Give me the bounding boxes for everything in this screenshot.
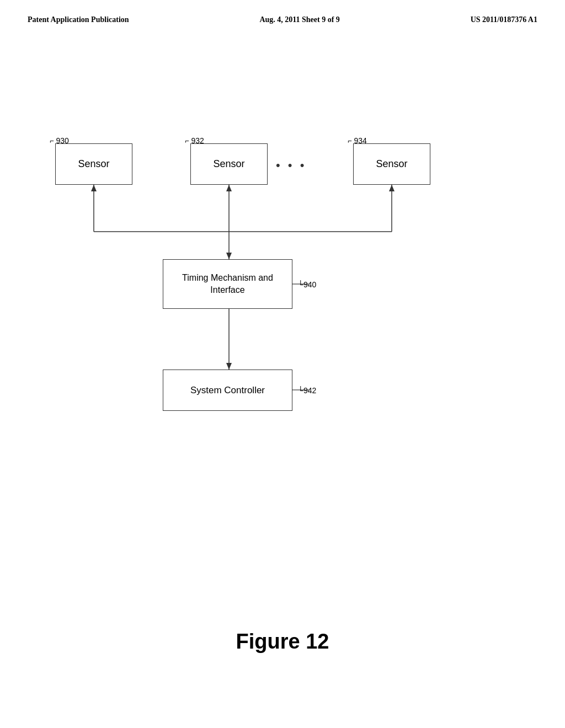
figure-caption: Figure 12: [0, 630, 565, 654]
diagram-area: Sensor ⌐ 930 Sensor ⌐ 932 • • • Sensor ⌐…: [0, 88, 565, 585]
page-header: Patent Application Publication Aug. 4, 2…: [0, 0, 565, 24]
timing-box: Timing Mechanism and Interface: [163, 259, 292, 309]
ref-940: └940: [298, 280, 316, 289]
sensor-934-box: Sensor: [353, 143, 430, 185]
ref-930: ⌐ 930: [50, 136, 69, 145]
system-controller-box: System Controller: [163, 370, 292, 411]
svg-marker-8: [91, 185, 97, 191]
ref-942: └942: [298, 386, 316, 395]
ref-932: ⌐ 932: [185, 136, 204, 145]
svg-marker-7: [226, 363, 232, 370]
svg-marker-9: [226, 185, 232, 191]
sensor-932-label: Sensor: [213, 158, 244, 170]
header-center: Aug. 4, 2011 Sheet 9 of 9: [259, 15, 339, 24]
header-right: US 2011/0187376 A1: [471, 15, 537, 24]
sensor-930-label: Sensor: [78, 158, 109, 170]
ellipsis-dots: • • •: [276, 158, 306, 173]
sensor-934-label: Sensor: [376, 158, 407, 170]
timing-line2: Interface: [182, 284, 273, 296]
svg-marker-5: [226, 253, 232, 259]
ref-934: ⌐ 934: [348, 136, 367, 145]
header-left: Patent Application Publication: [28, 15, 129, 24]
timing-line1: Timing Mechanism and: [182, 272, 273, 284]
system-controller-label: System Controller: [190, 385, 265, 396]
svg-marker-10: [389, 185, 395, 191]
sensor-932-box: Sensor: [190, 143, 268, 185]
sensor-930-box: Sensor: [55, 143, 132, 185]
